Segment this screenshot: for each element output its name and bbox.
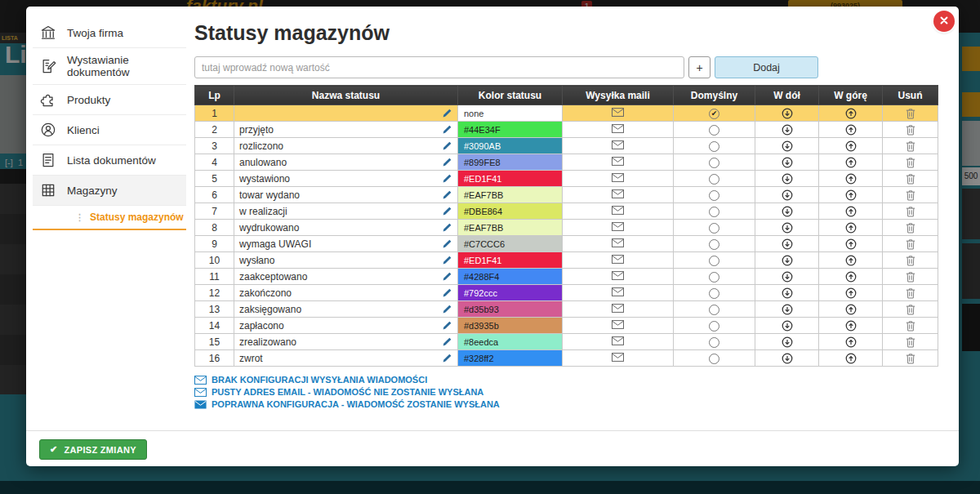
delete-icon[interactable]: [906, 320, 915, 332]
move-down-icon[interactable]: [782, 255, 793, 266]
edit-icon[interactable]: [442, 173, 452, 184]
edit-icon[interactable]: [442, 353, 452, 363]
delete-icon[interactable]: [906, 108, 915, 119]
sidebar-subitem-statusy-magazynow[interactable]: ⋮ Statusy magazynów: [33, 206, 186, 230]
move-down-icon[interactable]: [782, 108, 793, 119]
move-down-icon[interactable]: [782, 173, 793, 185]
edit-icon[interactable]: [442, 108, 452, 118]
mail-icon[interactable]: [612, 173, 624, 182]
move-up-icon[interactable]: [845, 287, 857, 299]
default-radio[interactable]: ✔: [709, 109, 719, 119]
default-radio[interactable]: [709, 321, 719, 332]
move-up-icon[interactable]: [845, 206, 857, 217]
mail-icon[interactable]: [612, 124, 624, 133]
default-radio[interactable]: [709, 158, 719, 168]
move-down-icon[interactable]: [782, 140, 793, 152]
default-radio[interactable]: [709, 239, 719, 250]
edit-icon[interactable]: [442, 336, 452, 347]
move-down-icon[interactable]: [782, 206, 793, 217]
sidebar-item-lista-dokument-w[interactable]: Lista dokumentów: [33, 145, 186, 176]
move-down-icon[interactable]: [782, 124, 793, 136]
default-radio[interactable]: [709, 174, 719, 185]
default-radio[interactable]: [709, 190, 719, 201]
default-radio[interactable]: [709, 207, 719, 217]
mail-icon[interactable]: [612, 320, 624, 329]
move-up-icon[interactable]: [845, 222, 857, 234]
color-swatch[interactable]: #DBE864: [458, 203, 562, 219]
delete-icon[interactable]: [906, 304, 915, 315]
color-swatch[interactable]: #8eedca: [458, 334, 562, 349]
edit-icon[interactable]: [442, 238, 452, 249]
close-button[interactable]: [933, 11, 955, 32]
color-swatch[interactable]: #899FE8: [458, 154, 562, 170]
color-swatch[interactable]: #d3935b: [458, 318, 562, 333]
edit-icon[interactable]: [442, 287, 452, 298]
move-down-icon[interactable]: [782, 189, 793, 201]
edit-icon[interactable]: [442, 189, 452, 200]
color-swatch[interactable]: #792ccc: [458, 285, 562, 300]
color-swatch[interactable]: #ED1F41: [458, 171, 562, 186]
move-up-icon[interactable]: [845, 320, 857, 332]
move-down-icon[interactable]: [782, 238, 793, 250]
move-down-icon[interactable]: [782, 353, 793, 364]
move-up-icon[interactable]: [845, 238, 857, 250]
default-radio[interactable]: [709, 354, 719, 364]
edit-icon[interactable]: [442, 255, 452, 265]
default-radio[interactable]: [709, 256, 719, 266]
sidebar-item-klienci[interactable]: Klienci: [33, 115, 186, 145]
move-up-icon[interactable]: [845, 157, 857, 168]
mail-icon[interactable]: [612, 238, 624, 247]
mail-icon[interactable]: [612, 336, 624, 345]
move-up-icon[interactable]: [845, 124, 857, 136]
move-down-icon[interactable]: [782, 157, 793, 168]
mail-icon[interactable]: [612, 271, 624, 280]
mail-icon[interactable]: [612, 157, 624, 166]
edit-icon[interactable]: [442, 140, 452, 151]
delete-icon[interactable]: [906, 206, 915, 217]
mail-icon[interactable]: [612, 304, 624, 313]
move-up-icon[interactable]: [845, 304, 857, 315]
sidebar-item-twoja-firma[interactable]: Twoja firma: [33, 18, 186, 48]
mail-icon[interactable]: [612, 206, 624, 215]
move-up-icon[interactable]: [845, 108, 857, 119]
mail-icon[interactable]: [612, 108, 624, 117]
default-radio[interactable]: [709, 337, 719, 348]
mail-icon[interactable]: [612, 353, 624, 362]
edit-icon[interactable]: [442, 222, 452, 233]
move-down-icon[interactable]: [782, 304, 793, 315]
save-button[interactable]: ✔ ZAPISZ ZMIANY: [39, 439, 147, 460]
move-up-icon[interactable]: [845, 255, 857, 266]
edit-icon[interactable]: [442, 206, 452, 216]
edit-icon[interactable]: [442, 304, 452, 314]
move-up-icon[interactable]: [845, 189, 857, 201]
delete-icon[interactable]: [906, 173, 915, 185]
default-radio[interactable]: [709, 305, 719, 315]
move-down-icon[interactable]: [782, 271, 793, 283]
move-down-icon[interactable]: [782, 336, 793, 348]
delete-icon[interactable]: [906, 189, 915, 201]
delete-icon[interactable]: [906, 271, 915, 283]
move-up-icon[interactable]: [845, 336, 857, 348]
sidebar-item-produkty[interactable]: Produkty: [33, 85, 186, 115]
move-up-icon[interactable]: [845, 353, 857, 364]
edit-icon[interactable]: [442, 157, 452, 167]
default-radio[interactable]: [709, 125, 719, 136]
sidebar-item-wystawianie-dokument-w[interactable]: Wystawianie dokumentów: [33, 48, 186, 85]
delete-icon[interactable]: [906, 353, 915, 364]
color-swatch[interactable]: none: [458, 105, 562, 121]
color-swatch[interactable]: #ED1F41: [458, 252, 562, 268]
edit-icon[interactable]: [442, 271, 452, 282]
move-up-icon[interactable]: [845, 271, 857, 283]
delete-icon[interactable]: [906, 255, 915, 266]
move-up-icon[interactable]: [845, 140, 857, 152]
sidebar-item-magazyny[interactable]: Magazyny: [33, 176, 186, 206]
color-swatch[interactable]: #3090AB: [458, 138, 562, 154]
new-status-input[interactable]: [194, 56, 684, 78]
move-down-icon[interactable]: [782, 222, 793, 234]
edit-icon[interactable]: [442, 320, 452, 331]
color-swatch[interactable]: #328ff2: [458, 350, 562, 366]
default-radio[interactable]: [709, 141, 719, 152]
move-down-icon[interactable]: [782, 320, 793, 332]
color-swatch[interactable]: #EAF7BB: [458, 187, 562, 202]
delete-icon[interactable]: [906, 140, 915, 152]
